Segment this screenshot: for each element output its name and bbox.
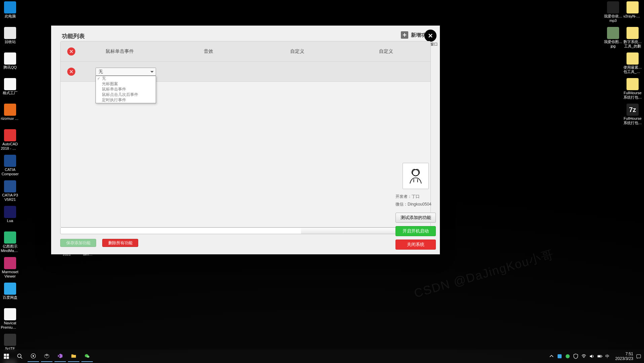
close-window-button[interactable] [424, 30, 437, 42]
test-features-button[interactable]: 测试添加的功能 [395, 213, 436, 223]
start-button[interactable] [1, 351, 12, 362]
icon-label: 数字系统打包 [623, 40, 642, 44]
desktop-icon[interactable]: CATIA P3V5R21 [1, 180, 20, 205]
icon-label: 回收站 [1, 40, 20, 44]
taskbar: 中 7:51 2023/3/23 [0, 350, 644, 363]
desktop-icons-left: 此电脑回收站腾讯QQ格式工厂rizomuv vi…AutoCAD2018 - 简… [1, 1, 20, 363]
desktop-icon[interactable]: FullHourse系统打包工… [623, 77, 642, 103]
clock-date: 2023/3/23 [615, 356, 633, 361]
dropdown-option[interactable]: 定时执行事件 [96, 98, 156, 103]
desktop-icon[interactable]: rizomuv vi… [1, 103, 20, 129]
svg-point-12 [566, 354, 570, 358]
desktop-icon[interactable]: v2rayN-C… [623, 1, 642, 26]
svg-rect-11 [558, 354, 562, 358]
horizontal-scrollbar[interactable] [60, 227, 431, 234]
app-icon [4, 52, 16, 65]
tray-chevron-up-icon[interactable] [549, 354, 554, 359]
taskbar-app-blank[interactable] [95, 351, 106, 362]
icon-label: Marmoset [1, 270, 20, 274]
enable-startup-button[interactable]: 开启开机启动 [395, 226, 436, 236]
desktop-icon[interactable]: 我爱你依然.mp3 [604, 1, 622, 26]
col-3: 自定义 [253, 48, 342, 55]
clear-features-button[interactable]: 删除所有功能 [102, 239, 138, 247]
desktop-icon[interactable]: AutoCAD2018 - 简… [1, 129, 20, 154]
desktop-icon[interactable]: Lua [1, 205, 20, 231]
tray-shield-icon[interactable] [573, 354, 578, 359]
app-icon [4, 231, 16, 244]
col-1: 鼠标单击事件 [75, 48, 164, 55]
file-icon [627, 27, 639, 39]
desktop-icon[interactable]: 亿图图示MindMaster [1, 231, 20, 256]
tray-battery-icon[interactable] [597, 354, 603, 359]
file-icon [627, 1, 639, 13]
desktop-icon[interactable]: 我爱你图片.jpg [604, 26, 622, 52]
tray-volume-icon[interactable] [589, 354, 595, 359]
dropdown-option[interactable]: 无 [96, 76, 156, 81]
system-tray: 中 7:51 2023/3/23 [549, 352, 641, 361]
icon-label: 此电脑 [1, 14, 20, 19]
file-icon [607, 1, 619, 13]
svg-point-8 [33, 355, 34, 357]
app-icon [4, 155, 16, 167]
col-2: 音效 [164, 48, 253, 55]
icon-label: 我爱你依然. [604, 14, 622, 19]
dropdown-option[interactable]: 鼠标单击事件 [96, 87, 156, 92]
file-icon [627, 52, 639, 65]
desktop-icon[interactable]: 7zFullHourse系统打包工… [623, 103, 642, 129]
tray-notifications-icon[interactable] [636, 354, 641, 359]
icon-label: 我爱你图片. [604, 40, 622, 44]
dropdown-option[interactable]: 鼠标点击几次后事件 [96, 92, 156, 98]
svg-point-6 [17, 354, 21, 358]
col-4: 自定义 [342, 48, 430, 55]
svg-point-10 [87, 356, 89, 358]
taskbar-app-1[interactable] [28, 351, 39, 362]
wechat-line: 微信：Dingkou0504 [395, 202, 436, 207]
app-icon [4, 27, 16, 39]
desktop-icons-right: 我爱你依然.mp3我爱你图片.jpgv2rayN-C…数字系统打包工具_勿删使用… [604, 1, 642, 129]
search-button[interactable] [14, 351, 26, 362]
feature-row: 鼠标单击事件 音效 自定义 自定义 [61, 41, 430, 62]
desktop-icon[interactable]: MarmosetViewer [1, 256, 20, 282]
delete-row-button[interactable] [67, 68, 75, 76]
desktop-icon[interactable]: 数字系统打包工具_勿删 [623, 26, 642, 52]
desktop-icon[interactable]: 回收站 [1, 26, 20, 52]
feature-type-select[interactable]: 无 [96, 68, 156, 76]
taskbar-app-2[interactable] [41, 351, 52, 362]
file-icon [607, 27, 619, 39]
app-icon [4, 334, 16, 346]
desktop-icon[interactable]: NavicatPremium 12 [1, 307, 20, 333]
desktop-icon[interactable]: CATIAComposer [1, 154, 20, 180]
icon-label: 百度网盘 [1, 295, 20, 300]
app-icon [4, 180, 16, 192]
save-features-button[interactable]: 保存添加功能 [60, 239, 96, 247]
desktop-icon[interactable]: 格式工厂 [1, 77, 20, 103]
desktop-icon[interactable]: 腾讯QQ [1, 52, 20, 77]
tray-ime-label[interactable]: 中 [605, 354, 609, 359]
tray-wifi-icon[interactable] [581, 354, 586, 359]
taskbar-app-visualstudio[interactable] [54, 351, 66, 362]
app-icon [4, 78, 16, 90]
desktop-icon[interactable]: 此电脑 [1, 1, 20, 26]
select-dropdown: 无光标图案鼠标单击事件鼠标点击几次后事件定时执行事件 [96, 76, 156, 103]
icon-label: 亿图图示 [1, 244, 20, 249]
icon-label: rizomuv vi… [1, 116, 20, 121]
svg-rect-3 [7, 354, 9, 356]
icon-label: 包工具_勿删 [623, 70, 642, 74]
icon-label: MindMaster [1, 249, 20, 253]
shutdown-system-button[interactable]: 关闭系统 [395, 240, 436, 250]
feature-row: 无 无光标图案鼠标单击事件鼠标点击几次后事件定时执行事件 [61, 62, 430, 82]
taskbar-clock[interactable]: 7:51 2023/3/23 [615, 352, 633, 361]
dropdown-option[interactable]: 光标图案 [96, 81, 156, 87]
desktop-icon[interactable]: 使用最紧张的包工具_勿删 [623, 52, 642, 77]
icon-label: 格式工厂 [1, 91, 20, 95]
desktop-icon[interactable]: 百度网盘 [1, 282, 20, 307]
tray-icon[interactable] [565, 354, 570, 359]
clock-time: 7:51 [615, 352, 633, 356]
app-title: 功能列表 [62, 32, 85, 40]
delete-row-button[interactable] [67, 47, 75, 56]
taskbar-app-explorer[interactable] [68, 351, 79, 362]
svg-rect-4 [4, 357, 6, 359]
tray-icon[interactable] [557, 354, 562, 359]
taskbar-app-wechat[interactable] [81, 351, 93, 362]
svg-rect-5 [7, 357, 9, 359]
